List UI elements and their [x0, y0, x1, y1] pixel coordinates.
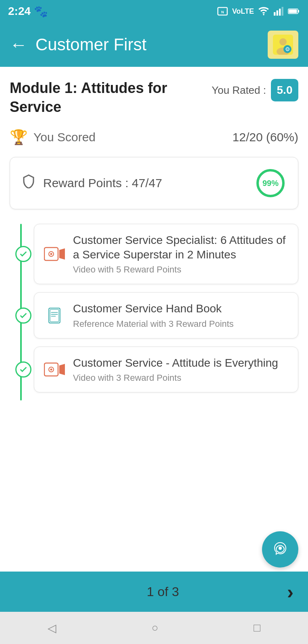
- module-title: Module 1: Attitudes for Service: [10, 79, 171, 117]
- svg-point-19: [50, 253, 52, 255]
- score-row: 🏆 You Scored 12/20 (60%): [10, 129, 298, 146]
- status-bar-left: 2:24 🐾: [8, 5, 48, 18]
- score-label: You Scored: [33, 130, 96, 144]
- next-page-button[interactable]: ›: [287, 581, 293, 603]
- ai-button-area: [0, 519, 308, 572]
- module-header: Module 1: Attitudes for Service You Rate…: [10, 79, 298, 117]
- svg-rect-4: [277, 10, 278, 16]
- video-icon-3: [44, 361, 65, 378]
- rating-badge: 5.0: [271, 79, 298, 101]
- document-icon-2: [44, 308, 65, 324]
- svg-point-2: [263, 14, 264, 15]
- svg-rect-22: [50, 309, 59, 322]
- content-title-3: Customer Service - Attitude is Everythin…: [73, 356, 288, 370]
- content-title-1: Customer Service Specialist: 6 Attitudes…: [73, 233, 288, 262]
- timeline-item-1[interactable]: Customer Service Specialist: 6 Attitudes…: [34, 224, 298, 285]
- content-card-1[interactable]: Customer Service Specialist: 6 Attitudes…: [34, 224, 298, 285]
- android-back-button[interactable]: ◁: [48, 621, 56, 635]
- ai-logo-icon: [269, 539, 291, 560]
- svg-rect-9: [289, 10, 297, 13]
- svg-point-11: [279, 38, 287, 45]
- pagination-label: 1 of 3: [147, 584, 179, 599]
- android-home-button[interactable]: ○: [152, 621, 158, 634]
- score-value: 12/20 (60%): [233, 130, 298, 144]
- time-display: 2:24: [8, 5, 31, 18]
- timeline-dot-3: [15, 361, 31, 378]
- svg-text:N: N: [221, 10, 224, 14]
- content-subtitle-1: Video with 5 Reward Points: [73, 264, 288, 275]
- svg-rect-3: [274, 12, 275, 16]
- timeline-item-3[interactable]: Customer Service - Attitude is Everythin…: [34, 347, 298, 392]
- trophy-icon: 🏆: [10, 129, 28, 146]
- shield-icon: [21, 174, 36, 192]
- video-icon-1: [44, 246, 65, 262]
- status-bar: 2:24 🐾 N VoLTE: [0, 0, 308, 23]
- svg-text:⚙: ⚙: [285, 46, 290, 52]
- reward-percent-label: 99%: [262, 178, 279, 188]
- battery-icon: [288, 6, 300, 17]
- status-bar-right: N VoLTE: [217, 6, 300, 17]
- content-card-3[interactable]: Customer Service - Attitude is Everythin…: [34, 347, 298, 392]
- nfc-icon: N: [217, 6, 228, 17]
- content-info-1: Customer Service Specialist: 6 Attitudes…: [73, 233, 288, 275]
- svg-point-28: [50, 368, 52, 370]
- app-bar-left: ← Customer First: [10, 35, 146, 55]
- vibrate-icon: 🐾: [34, 5, 48, 18]
- rating-label: You Rated :: [212, 84, 266, 97]
- wifi-icon: [258, 6, 269, 17]
- reward-progress-circle: 99%: [254, 167, 287, 199]
- score-left: 🏆 You Scored: [10, 129, 96, 146]
- profile-icon-button[interactable]: ⚙: [268, 31, 298, 59]
- timeline: Customer Service Specialist: 6 Attitudes…: [10, 224, 298, 401]
- content-subtitle-3: Video with 3 Reward Points: [73, 373, 288, 383]
- app-title: Customer First: [35, 35, 146, 54]
- svg-rect-5: [279, 9, 281, 16]
- timeline-dot-1: [15, 246, 31, 262]
- content-info-2: Customer Service Hand Book Reference Mat…: [73, 301, 288, 329]
- signal-icon: [273, 6, 284, 17]
- main-content: Module 1: Attitudes for Service You Rate…: [0, 67, 308, 519]
- profile-avatar-icon: ⚙: [273, 35, 293, 55]
- content-subtitle-2: Reference Material with 3 Reward Points: [73, 319, 288, 329]
- svg-rect-6: [282, 7, 283, 16]
- timeline-item-2[interactable]: Customer Service Hand Book Reference Mat…: [34, 292, 298, 338]
- content-info-3: Customer Service - Attitude is Everythin…: [73, 356, 288, 383]
- reward-text: Reward Points : 47/47: [43, 176, 162, 190]
- volte-icon: VoLTE: [232, 7, 254, 16]
- content-card-2[interactable]: Customer Service Hand Book Reference Mat…: [34, 292, 298, 338]
- svg-rect-21: [49, 308, 60, 323]
- bottom-navigation: 1 of 3 ›: [0, 572, 308, 612]
- reward-card: Reward Points : 47/47 99%: [10, 157, 298, 209]
- app-bar: ← Customer First ⚙: [0, 23, 308, 67]
- android-recents-button[interactable]: □: [254, 621, 260, 634]
- android-navigation-bar: ◁ ○ □: [0, 612, 308, 644]
- svg-marker-20: [59, 248, 65, 260]
- timeline-dot-2: [15, 308, 31, 324]
- ai-assistant-button[interactable]: [262, 531, 298, 568]
- reward-left: Reward Points : 47/47: [21, 174, 162, 192]
- back-button[interactable]: ←: [10, 35, 27, 55]
- content-title-2: Customer Service Hand Book: [73, 301, 288, 316]
- svg-marker-29: [59, 364, 65, 375]
- svg-point-31: [279, 547, 282, 550]
- rating-area: You Rated : 5.0: [212, 79, 298, 101]
- svg-rect-8: [298, 10, 299, 12]
